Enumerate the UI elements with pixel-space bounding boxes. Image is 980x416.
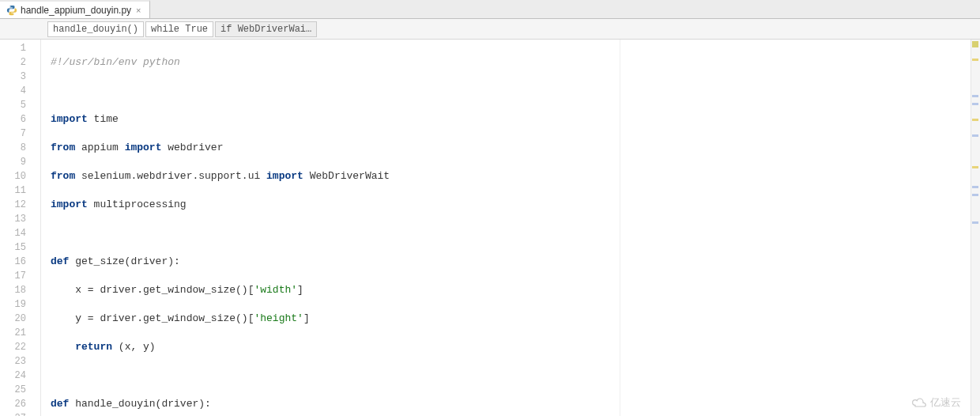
line-number: 16	[0, 255, 40, 269]
line-number: 11	[0, 183, 40, 198]
breadcrumb-item[interactable]: while True	[145, 21, 213, 37]
editor-tab-bar: handle_appium_douyin.py ×	[0, 0, 980, 19]
info-marker[interactable]	[972, 95, 978, 97]
code-content[interactable]: #!/usr/bin/env python import time from a…	[41, 40, 980, 416]
warning-marker[interactable]	[972, 119, 978, 121]
analysis-status-icon	[972, 41, 978, 47]
line-number: 1	[0, 41, 40, 55]
line-number-gutter: 1234567891011121314151617181920212223242…	[0, 40, 41, 416]
info-marker[interactable]	[972, 134, 978, 137]
file-tab[interactable]: handle_appium_douyin.py ×	[0, 0, 150, 18]
info-marker[interactable]	[972, 103, 978, 105]
breadcrumb: handle_douyin() while True if WebDriverW…	[0, 19, 980, 40]
line-number: 25	[0, 383, 40, 397]
svg-point-1	[13, 13, 14, 13]
line-number: 21	[0, 326, 40, 340]
line-number: 2	[0, 55, 40, 70]
line-number: 19	[0, 297, 40, 312]
line-number: 26	[0, 397, 40, 411]
watermark: 亿速云	[911, 395, 961, 410]
line-number: 14	[0, 226, 40, 240]
line-number: 18	[0, 283, 40, 297]
line-number: 7	[0, 127, 40, 141]
warning-marker[interactable]	[972, 59, 978, 61]
breadcrumb-item[interactable]: handle_douyin()	[47, 21, 144, 37]
line-number: 8	[0, 141, 40, 155]
file-tab-label: handle_appium_douyin.py	[21, 5, 131, 16]
editor-area: 1234567891011121314151617181920212223242…	[0, 40, 980, 416]
line-number: 5	[0, 98, 40, 112]
info-marker[interactable]	[972, 186, 978, 188]
info-marker[interactable]	[972, 221, 978, 224]
info-marker[interactable]	[972, 194, 978, 196]
python-file-icon	[6, 5, 17, 16]
line-number: 12	[0, 198, 40, 212]
warning-marker[interactable]	[972, 166, 978, 168]
line-number: 10	[0, 169, 40, 183]
line-number: 15	[0, 240, 40, 255]
line-number: 20	[0, 312, 40, 326]
line-number: 24	[0, 369, 40, 383]
line-number: 3	[0, 70, 40, 84]
line-number: 23	[0, 354, 40, 369]
line-number: 9	[0, 155, 40, 169]
line-number: 13	[0, 212, 40, 226]
line-number: 4	[0, 84, 40, 98]
error-stripe[interactable]	[971, 40, 980, 416]
watermark-text: 亿速云	[930, 395, 961, 410]
svg-point-0	[9, 6, 10, 6]
breadcrumb-item[interactable]: if WebDriverWai…	[215, 21, 317, 37]
line-number: 17	[0, 269, 40, 283]
line-number: 22	[0, 340, 40, 354]
line-number: 27	[0, 411, 40, 416]
close-icon[interactable]: ×	[134, 6, 142, 15]
line-number: 6	[0, 112, 40, 127]
